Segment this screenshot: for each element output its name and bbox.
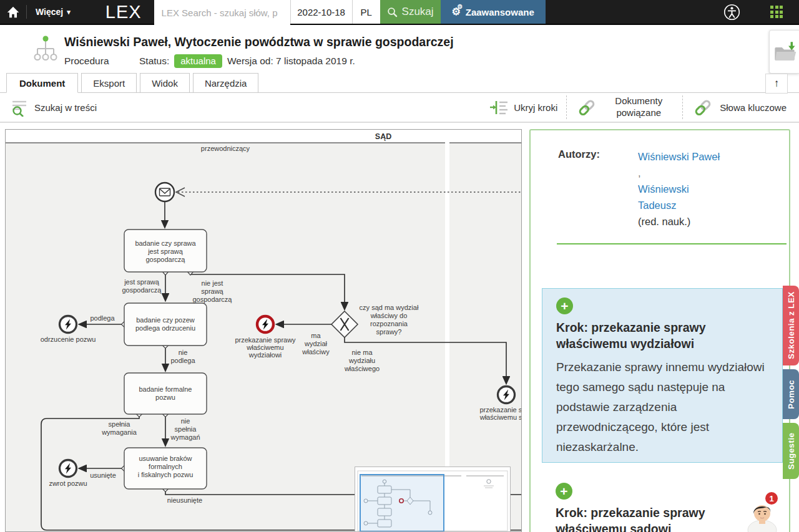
related-documents-button[interactable]: Dokumentypowiązane xyxy=(576,95,674,119)
svg-text:gospodarczą: gospodarczą xyxy=(122,286,162,294)
start-event-message[interactable] xyxy=(155,183,174,201)
step-card-selected[interactable]: + Krok: przekazanie sprawy właściwemu wy… xyxy=(542,288,783,463)
svg-text:formalnych: formalnych xyxy=(149,463,182,470)
gears-icon: ⚙⚙ xyxy=(451,7,460,17)
svg-text:przekazanie sprawy: przekazanie sprawy xyxy=(479,406,522,414)
expand-step-button[interactable]: + xyxy=(556,483,572,500)
link-icon xyxy=(576,96,598,118)
svg-text:wydziału: wydziału xyxy=(348,357,375,364)
svg-text:wydziałowi: wydziałowi xyxy=(248,351,282,359)
tab-dokument[interactable]: Dokument xyxy=(6,73,78,93)
expand-step-button[interactable]: + xyxy=(556,297,573,314)
link-icon xyxy=(692,96,714,118)
save-to-folder-button[interactable] xyxy=(769,30,799,74)
svg-text:sprawy?: sprawy? xyxy=(376,328,402,336)
apps-grid-button[interactable] xyxy=(770,0,783,24)
more-menu-label: Więcej xyxy=(36,7,63,17)
svg-text:usunięte: usunięte xyxy=(90,472,116,479)
svg-text:rozpoznania: rozpoznania xyxy=(370,320,408,327)
svg-text:i fiskalnych pozwu: i fiskalnych pozwu xyxy=(138,471,194,478)
document-toolbar: Szukaj w treści Ukryj kroki xyxy=(0,93,799,123)
page-title: Wiśniewski Paweł, Wytoczenie powództwa w… xyxy=(64,35,454,49)
keywords-button[interactable]: Słowa kluczowe xyxy=(692,96,787,118)
svg-text:czy sąd ma wydział: czy sąd ma wydział xyxy=(360,304,419,311)
advanced-search-button[interactable]: ⚙⚙ Zaawansowane xyxy=(441,0,546,24)
home-button[interactable] xyxy=(0,0,26,24)
tab-bar: Dokument Eksport Widok Narzędzia xyxy=(0,72,799,93)
status-badge: aktualna xyxy=(174,54,222,68)
svg-text:odrzucenie pozwu: odrzucenie pozwu xyxy=(41,336,96,343)
task-badanie-sprawa-gospodarcza[interactable]: badanie czy sprawa jest sprawą gospodarc… xyxy=(124,230,207,272)
home-icon xyxy=(5,4,21,19)
step-title: Krok: przekazanie sprawy właściwemu wydz… xyxy=(556,319,768,352)
hide-steps-icon xyxy=(489,99,508,116)
document-meta: Procedura Status: aktualna Wersja od: 7 … xyxy=(64,54,355,68)
authors-comma: , xyxy=(638,165,725,181)
keywords-label: Słowa kluczowe xyxy=(720,102,787,113)
tab-narzedzia[interactable]: Narzędzia xyxy=(193,73,259,93)
tab-eksport[interactable]: Eksport xyxy=(81,73,137,93)
svg-text:sprawą: sprawą xyxy=(201,288,223,295)
side-tab-szkolenia[interactable]: Szkolenia z LEX xyxy=(783,286,799,365)
step-description: Przekazanie sprawy innemu wydziałowi teg… xyxy=(556,357,768,457)
toolbar-separator xyxy=(682,95,683,119)
authors-block: Autorzy: Wiśniewski Paweł , Wiśniewski T… xyxy=(558,148,777,230)
svg-text:nieusunięte: nieusunięte xyxy=(167,496,202,504)
search-button-label: Szukaj xyxy=(402,6,434,18)
chevron-down-icon: ▾ xyxy=(67,8,71,16)
tab-widok[interactable]: Widok xyxy=(140,73,190,93)
editor-note: (red. nauk.) xyxy=(638,213,725,230)
svg-text:gospodarczą: gospodarczą xyxy=(193,296,233,303)
svg-text:ma: ma xyxy=(311,332,321,339)
top-navigation-bar: Więcej ▾ LEX 2022-10-18 PL Szukaj ⚙⚙ Zaa… xyxy=(0,0,799,25)
search-in-content-button[interactable]: Szukaj w treści xyxy=(10,98,97,117)
search-in-content-label: Szukaj w treści xyxy=(34,102,97,113)
svg-text:badanie czy sprawa: badanie czy sprawa xyxy=(135,239,196,247)
green-divider xyxy=(557,243,787,244)
author-link-wisniewski-tadeusz[interactable]: Wiśniewski Tadeusz xyxy=(638,181,725,213)
authors-label: Autorzy: xyxy=(558,148,638,230)
task-badanie-pozew-odrzucenie[interactable]: badanie czy pozew podlega odrzuceniu xyxy=(124,303,207,346)
step-details-panel: Autorzy: Wiśniewski Paweł , Wiśniewski T… xyxy=(529,129,790,532)
plus-icon: + xyxy=(560,485,567,498)
svg-text:właściwy do: właściwy do xyxy=(370,312,408,319)
task-usuwanie-brakow[interactable]: usuwanie braków formalnych i fiskalnych … xyxy=(124,448,207,489)
accessibility-button[interactable] xyxy=(723,0,740,24)
related-documents-label: Dokumentypowiązane xyxy=(604,95,674,119)
more-menu-button[interactable]: Więcej ▾ xyxy=(27,0,79,24)
svg-text:właściwy: właściwy xyxy=(301,348,330,355)
status-label: Status: xyxy=(139,56,169,67)
svg-text:wymagań: wymagań xyxy=(170,433,200,441)
language-selector[interactable]: PL xyxy=(352,0,380,24)
svg-text:zwrot pozwu: zwrot pozwu xyxy=(49,480,87,487)
hide-steps-button[interactable]: Ukryj kroki xyxy=(489,99,557,116)
svg-text:nie ma: nie ma xyxy=(351,349,373,356)
svg-text:spełnia: spełnia xyxy=(109,420,131,428)
svg-text:podlega odrzuceniu: podlega odrzuceniu xyxy=(135,324,195,332)
svg-text:jest sprawą: jest sprawą xyxy=(124,278,160,286)
date-picker[interactable]: 2022-10-18 xyxy=(290,0,352,24)
diagram-minimap[interactable] xyxy=(355,467,511,532)
svg-text:nie: nie xyxy=(181,417,190,425)
accessibility-icon xyxy=(723,4,740,21)
document-type-label: Procedura xyxy=(64,56,139,67)
document-header: Wiśniewski Paweł, Wytoczenie powództwa w… xyxy=(0,26,799,72)
author-link-wisniewski-pawel[interactable]: Wiśniewski Paweł xyxy=(638,148,725,165)
svg-text:wydział: wydział xyxy=(304,340,328,347)
svg-text:usuwanie braków: usuwanie braków xyxy=(139,455,192,462)
toolbar-separator xyxy=(566,95,567,119)
collapse-panel-button[interactable]: ↑ xyxy=(765,74,788,94)
side-tab-sugestie[interactable]: Sugestie xyxy=(783,423,799,479)
side-tab-pomoc[interactable]: Pomoc xyxy=(783,369,799,419)
svg-text:spełnia: spełnia xyxy=(175,425,197,433)
search-in-text-icon xyxy=(10,98,29,117)
svg-text:nie: nie xyxy=(179,349,188,356)
lex-logo[interactable]: LEX xyxy=(105,0,142,24)
step-title: Krok: przekazanie sprawy właściwemu sądo… xyxy=(556,505,769,532)
procedure-tree-icon xyxy=(32,35,59,64)
minimap-viewport[interactable] xyxy=(360,475,444,531)
search-button[interactable]: Szukaj xyxy=(380,0,441,24)
task-badanie-formalne[interactable]: badanie formalne pozwu xyxy=(124,373,207,414)
search-input[interactable] xyxy=(154,0,290,25)
hide-steps-label: Ukryj kroki xyxy=(514,102,557,113)
